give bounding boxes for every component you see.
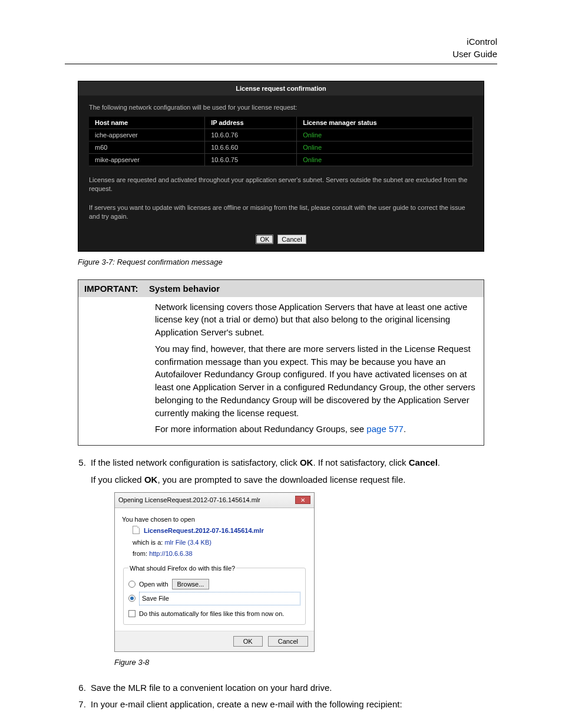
ff-action-group: What should Firefox do with this file? O… [123, 564, 306, 625]
important-p1: Network licensing covers those Applicati… [155, 301, 478, 339]
step-5: If the listed network configuration is s… [88, 456, 497, 668]
table-row: iche-appserver 10.6.0.76 Online [89, 129, 473, 141]
figure-3-7-caption: Figure 3-7: Request confirmation message [78, 258, 484, 266]
step-7: In your e-mail client application, creat… [88, 698, 497, 711]
dialog-para-2: If servers you want to update with licen… [89, 203, 473, 222]
col-host: Host name [89, 117, 205, 129]
save-file-radio[interactable] [128, 595, 135, 602]
ff-cancel-button[interactable]: Cancel [268, 636, 308, 647]
figure-3-8-caption: Figure 3-8 [114, 657, 484, 668]
page-header: iControl User Guide [65, 35, 497, 60]
ff-filename: LicenseRequest.2012-07-16.145614.mlr [144, 527, 264, 534]
ff-chosen-label: You have chosen to open [122, 515, 307, 525]
server-table: Host name IP address License manager sta… [89, 117, 473, 166]
file-icon [133, 526, 140, 534]
auto-checkbox[interactable] [128, 610, 135, 617]
important-p3: For more information about Redundancy Gr… [155, 423, 478, 436]
table-row: m60 10.6.6.60 Online [89, 141, 473, 154]
important-title: System behavior [149, 284, 220, 294]
table-row: mike-appserver 10.6.0.75 Online [89, 154, 473, 166]
save-file-label: Save File [139, 592, 300, 605]
dialog-intro: The following network configuration will… [89, 104, 473, 111]
important-box: IMPORTANT: System behavior Network licen… [78, 279, 484, 446]
important-p2: You may find, however, that there are mo… [155, 342, 478, 420]
open-with-radio[interactable] [128, 581, 135, 588]
cancel-button[interactable]: Cancel [277, 235, 306, 244]
header-rule [65, 64, 497, 64]
ff-ok-button[interactable]: OK [233, 636, 263, 647]
ff-dialog-title: Opening LicenseRequest.2012-07-16.145614… [118, 495, 260, 505]
license-request-dialog: License request confirmation The followi… [78, 81, 484, 252]
header-product: iControl [65, 35, 497, 48]
ff-legend: What should Firefox do with this file? [128, 564, 236, 574]
col-status: License manager status [297, 117, 473, 129]
header-doc: User Guide [65, 48, 497, 60]
important-label: IMPORTANT: [84, 284, 149, 294]
col-ip: IP address [205, 117, 297, 129]
dialog-title: License request confirmation [78, 81, 484, 95]
dialog-para-1: Licenses are requested and activated thr… [89, 176, 473, 194]
open-with-label: Open with [139, 579, 168, 589]
browse-button[interactable]: Browse... [172, 579, 210, 589]
ok-button[interactable]: OK [256, 235, 273, 244]
auto-label: Do this automatically for files like thi… [139, 609, 284, 619]
step-6: Save the MLR file to a convenient locati… [88, 681, 497, 695]
page-577-link[interactable]: page 577 [366, 424, 404, 434]
close-icon[interactable]: ✕ [295, 496, 310, 504]
save-file-dialog: Opening LicenseRequest.2012-07-16.145614… [114, 492, 315, 652]
procedure-list: If the listed network configuration is s… [88, 456, 497, 711]
